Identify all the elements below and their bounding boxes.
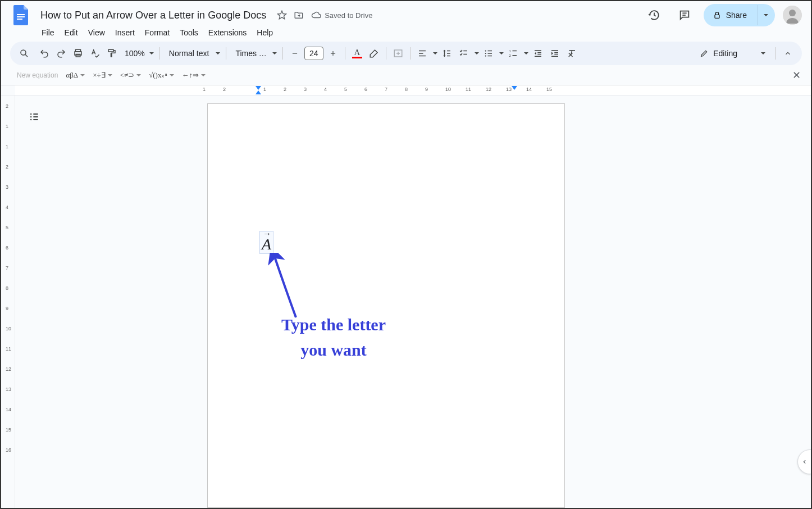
share-dropdown[interactable] [757,5,773,25]
highlight-color-button[interactable] [366,45,382,62]
redo-button[interactable] [53,45,70,62]
equation-group-2[interactable]: <≠⊃ [120,71,141,80]
equation-group-0[interactable]: αβΔ [66,71,85,80]
equation-box[interactable]: → A [259,231,273,254]
menu-edit[interactable]: Edit [60,26,83,39]
svg-rect-1 [17,16,25,17]
pencil-icon [700,49,709,58]
right-indent-marker[interactable] [512,86,517,90]
equation-group-3[interactable]: √()xₓⁿ [149,71,174,80]
svg-point-29 [485,53,486,54]
align-dropdown[interactable] [431,45,439,62]
decrease-indent-button[interactable] [530,45,546,62]
annotation-arrow [265,253,310,320]
svg-rect-0 [17,14,25,15]
print-button[interactable] [70,45,86,62]
equation-arrow-overhead: → [262,232,272,237]
svg-point-50 [30,119,32,121]
menu-format[interactable]: Format [140,26,174,39]
document-outline-button[interactable] [25,108,43,126]
comments-icon[interactable] [673,4,696,26]
svg-rect-2 [17,19,22,20]
equation-letter: A [262,237,271,252]
bullets-button[interactable] [480,45,497,62]
increase-indent-button[interactable] [546,45,563,62]
paragraph-style-dropdown[interactable]: Normal text [163,49,223,58]
menu-extensions[interactable]: Extensions [204,26,251,39]
line-spacing-button[interactable] [439,45,455,62]
share-button[interactable]: Share [704,4,775,26]
vertical-ruler[interactable]: 2112345678910111213141516 [1,96,15,508]
undo-button[interactable] [36,45,53,62]
document-page[interactable]: → A Type the letter you want [207,103,565,508]
menu-help[interactable]: Help [252,26,277,39]
lock-icon [713,11,722,20]
spellcheck-button[interactable] [86,45,103,62]
cloud-icon [311,10,321,20]
left-indent-marker[interactable] [256,90,261,94]
text-color-button[interactable]: A [349,45,366,62]
svg-line-9 [25,54,28,57]
star-icon[interactable] [276,10,288,21]
first-line-indent-marker[interactable] [256,86,261,90]
svg-rect-13 [108,49,113,52]
zoom-dropdown[interactable]: 100% [120,49,156,58]
paint-format-button[interactable] [103,45,120,62]
equation-group-1[interactable]: ×÷∃ [93,71,112,80]
google-docs-logo[interactable] [10,4,33,26]
align-button[interactable] [414,45,431,62]
menu-file[interactable]: File [37,26,59,39]
numbered-button[interactable]: 12 [505,45,522,62]
share-label: Share [726,11,747,20]
editing-mode-dropdown[interactable]: Editing [693,49,772,58]
document-title[interactable]: How to Put an Arrow Over a Letter in Goo… [37,8,270,22]
decrease-fontsize-button[interactable] [286,45,303,62]
svg-point-30 [485,55,486,56]
svg-point-49 [30,116,32,118]
account-avatar[interactable] [783,6,802,25]
new-equation-label[interactable]: New equation [17,71,58,79]
equation-group-4[interactable]: ←↑⇒ [182,71,206,80]
hide-menus-button[interactable] [779,45,796,62]
move-folder-icon[interactable] [293,10,304,21]
clear-formatting-button[interactable] [563,45,580,62]
svg-text:2: 2 [509,54,511,57]
search-menus-button[interactable] [16,45,33,62]
menu-insert[interactable]: Insert [111,26,139,39]
checklist-button[interactable] [455,45,472,62]
svg-rect-5 [715,15,719,18]
menu-view[interactable]: View [84,26,110,39]
svg-text:1: 1 [509,49,511,53]
menu-tools[interactable]: Tools [175,26,203,39]
checklist-dropdown[interactable] [472,45,480,62]
numbered-dropdown[interactable] [522,45,530,62]
insert-image-button [390,45,407,62]
bullets-dropdown[interactable] [497,45,505,62]
saved-status[interactable]: Saved to Drive [311,10,372,20]
increase-fontsize-button[interactable] [325,45,341,62]
close-equation-bar-button[interactable]: ✕ [792,69,801,81]
svg-point-8 [21,50,26,55]
horizontal-ruler[interactable]: 21123456789101112131415 [15,85,811,95]
svg-point-7 [789,10,796,16]
fontsize-input[interactable]: 24 [304,47,323,60]
svg-point-28 [485,50,486,51]
history-icon[interactable] [643,4,665,26]
svg-point-48 [30,113,32,115]
font-dropdown[interactable]: Times … [230,49,279,58]
annotation-text: Type the letter you want [238,312,429,362]
saved-status-text: Saved to Drive [325,11,372,20]
